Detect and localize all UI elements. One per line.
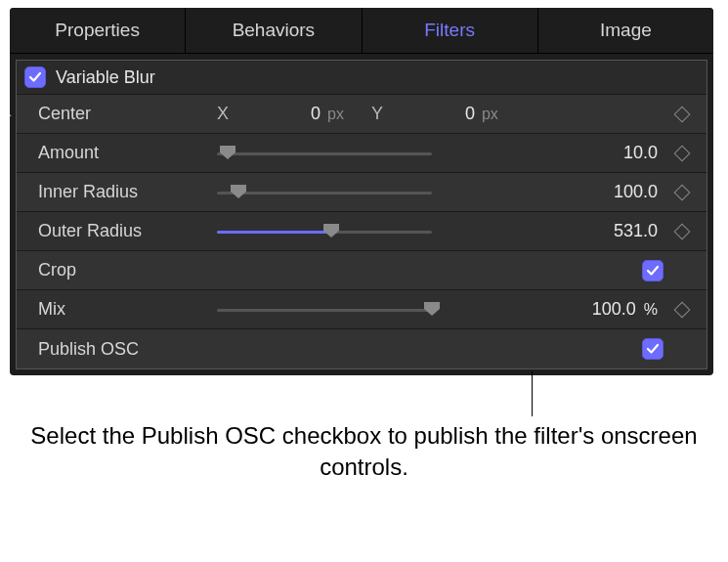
param-label-outer-radius: Outer Radius: [38, 221, 142, 241]
tab-properties[interactable]: Properties: [10, 8, 185, 53]
param-label-crop: Crop: [38, 260, 76, 281]
center-y-value[interactable]: 0: [387, 104, 475, 124]
param-row-publish-osc: Publish OSC: [17, 329, 707, 368]
filter-header: Variable Blur: [17, 61, 707, 95]
inner-radius-slider[interactable]: [217, 183, 432, 202]
inspector-tabs: Properties Behaviors Filters Image: [10, 8, 713, 54]
tab-image[interactable]: Image: [537, 8, 713, 53]
keyframe-diamond-icon[interactable]: [674, 184, 691, 200]
keyframe-diamond-icon[interactable]: [674, 301, 691, 318]
amount-value[interactable]: 10.0: [521, 143, 667, 163]
param-label-publish-osc: Publish OSC: [38, 339, 139, 360]
param-label-inner-radius: Inner Radius: [38, 182, 138, 202]
param-row-outer-radius: Outer Radius 531.0: [17, 212, 707, 251]
filter-title: Variable Blur: [56, 67, 155, 88]
param-row-amount: Amount 10.0: [17, 134, 707, 173]
mix-slider[interactable]: [217, 300, 432, 320]
param-label-amount: Amount: [38, 143, 99, 163]
param-row-mix: Mix 100.0 %: [17, 290, 707, 329]
callout-line: [532, 371, 533, 416]
param-row-center: ▶ Center X 0 px Y 0 px: [17, 95, 707, 134]
param-row-inner-radius: Inner Radius 100.0: [17, 173, 707, 212]
tab-behaviors[interactable]: Behaviors: [185, 8, 361, 53]
keyframe-diamond-icon[interactable]: [674, 145, 691, 161]
tab-filters[interactable]: Filters: [362, 8, 537, 53]
center-y-label: Y: [371, 104, 383, 124]
publish-osc-checkbox[interactable]: [642, 338, 664, 360]
filter-body: Variable Blur ▶ Center X 0 px Y 0 px: [16, 60, 707, 369]
disclosure-triangle-icon[interactable]: ▶: [10, 107, 12, 122]
inner-radius-value[interactable]: 100.0: [521, 182, 667, 202]
amount-slider[interactable]: [217, 144, 432, 163]
center-x-value[interactable]: 0: [233, 104, 321, 124]
center-xy-controls: X 0 px Y 0 px: [217, 104, 667, 124]
param-label-mix: Mix: [38, 299, 65, 320]
keyframe-diamond-icon[interactable]: [674, 223, 691, 239]
mix-unit: %: [644, 301, 658, 318]
inspector-panel: Properties Behaviors Filters Image Varia…: [10, 8, 713, 375]
param-label-center: Center: [38, 104, 91, 124]
caption-text: Select the Publish OSC checkbox to publi…: [0, 420, 728, 484]
outer-radius-slider[interactable]: [217, 222, 432, 241]
keyframe-diamond-icon[interactable]: [674, 106, 691, 122]
center-y-unit: px: [482, 106, 498, 123]
center-x-unit: px: [327, 106, 344, 123]
center-x-label: X: [217, 104, 229, 124]
param-row-crop: Crop: [17, 251, 707, 290]
crop-checkbox[interactable]: [642, 260, 664, 281]
filter-enable-checkbox[interactable]: [24, 66, 46, 88]
outer-radius-value[interactable]: 531.0: [521, 221, 667, 241]
mix-value[interactable]: 100.0: [592, 299, 636, 319]
